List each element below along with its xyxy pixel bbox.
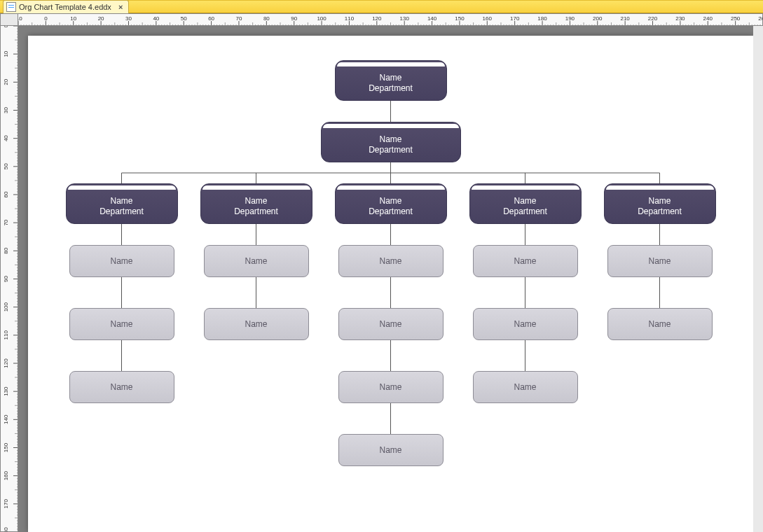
node-dept-label: Department xyxy=(605,206,715,217)
node-name-label: Name xyxy=(339,319,443,330)
org-node-leaf-4-1[interactable]: Name xyxy=(607,308,713,340)
org-node-leaf-0-1[interactable]: Name xyxy=(69,308,174,340)
node-name-label: Name xyxy=(339,382,443,393)
svg-text:140: 140 xyxy=(427,15,437,22)
org-node-level2[interactable]: NameDepartment xyxy=(321,122,461,162)
svg-text:180: 180 xyxy=(537,15,547,22)
node-dept-label: Department xyxy=(336,83,446,94)
org-node-leaf-3-1[interactable]: Name xyxy=(473,308,578,340)
svg-text:200: 200 xyxy=(593,15,603,22)
svg-text:60: 60 xyxy=(208,15,214,22)
workspace[interactable]: NameDepartmentNameDepartmentNameDepartme… xyxy=(18,26,763,532)
svg-text:220: 220 xyxy=(648,15,658,22)
org-node-dept-4[interactable]: NameDepartment xyxy=(604,183,716,224)
svg-text:140: 140 xyxy=(3,414,9,424)
node-name-label: Name xyxy=(474,256,577,267)
org-node-leaf-0-0[interactable]: Name xyxy=(69,245,174,277)
node-name-label: Name xyxy=(470,196,581,206)
org-node-leaf-2-2[interactable]: Name xyxy=(338,371,444,403)
svg-text:20: 20 xyxy=(98,15,104,22)
svg-text:180: 180 xyxy=(3,527,9,532)
svg-text:50: 50 xyxy=(3,163,9,169)
org-node-leaf-2-1[interactable]: Name xyxy=(338,308,444,340)
svg-text:80: 80 xyxy=(263,15,270,22)
ruler-corner xyxy=(0,13,18,26)
svg-text:30: 30 xyxy=(3,107,9,113)
close-tab-icon[interactable]: × xyxy=(118,3,123,11)
node-name-label: Name xyxy=(70,319,174,330)
node-name-label: Name xyxy=(205,319,308,330)
svg-text:80: 80 xyxy=(3,247,9,253)
node-dept-label: Department xyxy=(67,206,177,217)
svg-text:160: 160 xyxy=(3,470,9,480)
vertical-scrollbar[interactable] xyxy=(753,26,763,532)
svg-text:70: 70 xyxy=(3,219,9,225)
svg-text:240: 240 xyxy=(703,15,713,22)
svg-text:40: 40 xyxy=(3,135,9,141)
node-name-label: Name xyxy=(70,256,174,267)
svg-text:190: 190 xyxy=(565,15,575,22)
svg-text:110: 110 xyxy=(3,330,9,340)
node-name-label: Name xyxy=(608,256,712,267)
org-node-dept-0[interactable]: NameDepartment xyxy=(66,183,178,224)
svg-text:110: 110 xyxy=(345,15,355,22)
svg-text:30: 30 xyxy=(125,15,132,22)
file-icon xyxy=(6,2,16,12)
document-tab-label: Org Chart Template 4.eddx xyxy=(19,3,111,11)
node-name-label: Name xyxy=(339,256,443,267)
svg-text:20: 20 xyxy=(3,78,9,85)
svg-text:250: 250 xyxy=(731,15,741,22)
node-dept-label: Department xyxy=(336,206,446,217)
org-node-leaf-4-0[interactable]: Name xyxy=(607,245,713,277)
horizontal-ruler[interactable]: -100102030405060708090100110120130140150… xyxy=(18,13,763,26)
svg-text:-10: -10 xyxy=(18,15,22,22)
document-tab[interactable]: Org Chart Template 4.eddx × xyxy=(3,0,129,13)
svg-text:90: 90 xyxy=(291,15,297,22)
org-node-root[interactable]: NameDepartment xyxy=(335,60,447,101)
node-name-label: Name xyxy=(608,319,712,330)
svg-text:60: 60 xyxy=(3,191,9,197)
org-node-dept-1[interactable]: NameDepartment xyxy=(200,183,312,224)
svg-text:170: 170 xyxy=(510,15,520,22)
svg-text:70: 70 xyxy=(236,15,242,22)
svg-text:40: 40 xyxy=(153,15,159,22)
svg-text:210: 210 xyxy=(620,15,630,22)
org-node-dept-3[interactable]: NameDepartment xyxy=(469,183,582,224)
svg-text:150: 150 xyxy=(3,442,9,452)
node-name-label: Name xyxy=(205,256,308,267)
node-name-label: Name xyxy=(201,196,312,206)
org-node-leaf-0-2[interactable]: Name xyxy=(69,371,174,403)
node-name-label: Name xyxy=(322,134,460,145)
svg-text:120: 120 xyxy=(3,358,9,368)
org-node-leaf-1-1[interactable]: Name xyxy=(204,308,309,340)
svg-text:50: 50 xyxy=(181,15,187,22)
svg-text:150: 150 xyxy=(455,15,465,22)
svg-text:170: 170 xyxy=(3,499,9,509)
svg-text:100: 100 xyxy=(317,15,326,22)
svg-text:100: 100 xyxy=(3,302,9,312)
node-dept-label: Department xyxy=(322,145,460,155)
org-node-leaf-1-0[interactable]: Name xyxy=(204,245,309,277)
node-name-label: Name xyxy=(67,196,177,206)
svg-text:90: 90 xyxy=(3,276,9,282)
org-node-leaf-3-2[interactable]: Name xyxy=(473,371,578,403)
node-name-label: Name xyxy=(70,382,174,393)
svg-text:260: 260 xyxy=(758,15,763,22)
org-node-leaf-2-0[interactable]: Name xyxy=(338,245,444,277)
page-canvas[interactable]: NameDepartmentNameDepartmentNameDepartme… xyxy=(28,36,753,532)
org-node-leaf-2-3[interactable]: Name xyxy=(338,434,444,466)
node-name-label: Name xyxy=(605,196,715,206)
svg-text:10: 10 xyxy=(70,15,76,22)
node-name-label: Name xyxy=(339,445,443,456)
node-name-label: Name xyxy=(474,382,577,393)
node-name-label: Name xyxy=(474,319,577,330)
node-name-label: Name xyxy=(336,196,446,206)
svg-text:130: 130 xyxy=(3,386,9,396)
vertical-ruler[interactable]: 0102030405060708090100110120130140150160… xyxy=(0,26,18,532)
org-node-leaf-3-0[interactable]: Name xyxy=(473,245,578,277)
svg-text:0: 0 xyxy=(44,15,48,22)
svg-text:130: 130 xyxy=(400,15,410,22)
svg-text:230: 230 xyxy=(675,15,685,22)
org-node-dept-2[interactable]: NameDepartment xyxy=(335,183,447,224)
svg-text:0: 0 xyxy=(3,26,9,27)
